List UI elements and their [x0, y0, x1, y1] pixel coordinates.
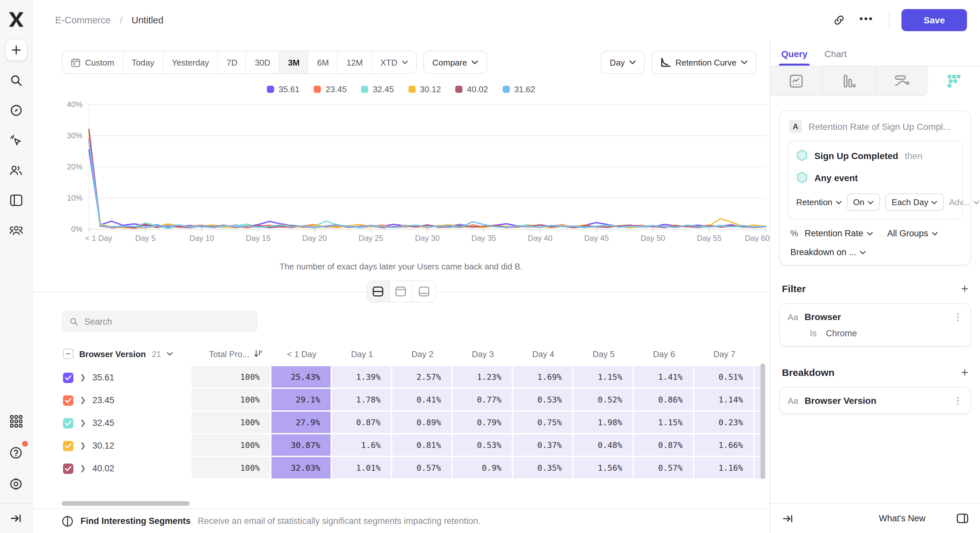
series-line-31.62[interactable] [89, 141, 766, 227]
filter-operator[interactable]: Is [810, 328, 817, 338]
add-filter-button[interactable]: + [961, 282, 968, 295]
range-30d[interactable]: 30D [247, 51, 280, 73]
row-label-cell[interactable]: ❯ 32.45 [62, 412, 192, 434]
sidebar-item-boards[interactable] [6, 190, 26, 210]
row-label-cell[interactable]: ❯ 30.12 [62, 434, 192, 457]
row-checkbox[interactable] [63, 372, 73, 383]
sidebar-item-apps[interactable] [6, 411, 26, 432]
whats-new-link[interactable]: What's New [879, 514, 926, 523]
table-view-button[interactable] [412, 281, 435, 302]
create-new-button[interactable] [5, 39, 27, 61]
range-today[interactable]: Today [123, 51, 163, 73]
row-label-cell[interactable]: ❯ 35.61 [62, 366, 192, 389]
sidebar-item-discover[interactable] [6, 100, 26, 121]
chart-view-button[interactable] [390, 281, 412, 302]
vertical-scrollbar[interactable] [760, 363, 765, 479]
advanced-dropdown[interactable]: Adv... [949, 197, 979, 207]
expand-row-icon[interactable]: ❯ [80, 412, 86, 434]
insights-type-button[interactable] [770, 66, 823, 96]
row-checkbox[interactable] [63, 441, 73, 451]
tab-chart[interactable]: Chart [824, 49, 846, 65]
add-breakdown-button[interactable]: + [961, 366, 968, 379]
side-panel-toggle-button[interactable] [954, 510, 971, 527]
collapse-panel-button[interactable] [780, 510, 796, 527]
legend-item[interactable]: 32.45 [361, 84, 394, 94]
range-12m[interactable]: 12M [338, 51, 372, 73]
series-line-35.61[interactable] [89, 150, 766, 228]
row-checkbox[interactable] [63, 463, 73, 474]
expand-row-icon[interactable]: ❯ [80, 367, 86, 388]
legend-item[interactable]: 23.45 [314, 84, 347, 94]
kebab-menu-icon[interactable]: ⋮ [953, 312, 963, 322]
on-dropdown[interactable]: On [846, 194, 880, 211]
filter-value[interactable]: Chrome [826, 328, 857, 338]
kebab-menu-icon[interactable]: ⋮ [953, 395, 963, 406]
filter-property[interactable]: Browser [805, 312, 841, 322]
series-line-30.12[interactable] [89, 133, 766, 228]
event-b-row[interactable]: Any event [796, 171, 954, 184]
legend-item[interactable]: 35.61 [267, 84, 300, 94]
day-column-header[interactable]: Day 3 [453, 349, 513, 359]
breakdown-card[interactable]: Aa Browser Version ⋮ [780, 387, 971, 414]
row-checkbox[interactable] [63, 395, 73, 405]
groups-dropdown[interactable]: All Groups [887, 228, 928, 238]
expand-row-icon[interactable]: ❯ [80, 435, 86, 456]
expand-row-icon[interactable]: ❯ [80, 390, 86, 411]
event-a-row[interactable]: Sign Up Completed then [796, 149, 954, 162]
series-line-23.45[interactable] [89, 139, 766, 228]
series-line-32.45[interactable] [89, 142, 766, 228]
day-column-header[interactable]: Day 6 [634, 349, 694, 359]
legend-item[interactable]: 31.62 [502, 84, 535, 94]
select-all-checkbox[interactable] [63, 349, 73, 359]
retention-type-dropdown[interactable]: Retention [796, 197, 842, 207]
compare-button[interactable]: Compare [423, 51, 487, 74]
breakdown-on-row[interactable]: Breakdown on ... [791, 247, 963, 257]
sidebar-item-search[interactable] [6, 70, 26, 91]
sidebar-item-cohorts[interactable] [6, 219, 26, 240]
expand-sidebar-button[interactable] [6, 508, 26, 529]
day-column-header[interactable]: Day 7 [694, 349, 755, 359]
funnels-type-button[interactable] [823, 66, 876, 96]
tab-query[interactable]: Query [781, 49, 808, 65]
retention-type-button[interactable] [928, 66, 980, 96]
day-column-header[interactable]: < 1 Day [272, 349, 332, 359]
search-input[interactable] [84, 316, 250, 326]
horizontal-scrollbar[interactable] [62, 501, 189, 506]
range-6m[interactable]: 6M [309, 51, 338, 73]
day-column-header[interactable]: Day 5 [573, 349, 634, 359]
rate-dropdown[interactable]: Retention Rate [805, 228, 863, 238]
report-title[interactable]: Untitled [132, 15, 163, 25]
chart-type-button[interactable]: Retention Curve [651, 51, 757, 74]
day-column-header[interactable]: Day 2 [392, 349, 453, 359]
sidebar-item-events[interactable] [6, 130, 26, 151]
series-line-40.02[interactable] [89, 130, 766, 228]
row-checkbox[interactable] [63, 418, 73, 428]
copy-link-button[interactable] [828, 9, 850, 31]
granularity-button[interactable]: Day [601, 51, 645, 74]
breakdown-on-dropdown[interactable]: Breakdown on ... [791, 247, 856, 257]
expand-row-icon[interactable]: ❯ [80, 458, 86, 479]
breadcrumb-project[interactable]: E-Commerce [55, 15, 111, 25]
flows-type-button[interactable] [876, 66, 928, 96]
day-column-header[interactable]: Day 4 [513, 349, 573, 359]
total-column-header[interactable]: Total Pro... [192, 349, 272, 359]
range-custom[interactable]: Custom [62, 51, 123, 73]
sidebar-item-help[interactable] [6, 442, 26, 463]
query-summary[interactable]: Retention Rate of Sign Up Compl... [808, 121, 950, 132]
group-column-name[interactable]: Browser Version [79, 349, 146, 359]
more-options-button[interactable]: ••• [856, 9, 878, 31]
breakdown-property[interactable]: Browser Version [805, 395, 877, 406]
sidebar-item-users[interactable] [6, 160, 26, 181]
range-7d[interactable]: 7D [218, 51, 247, 73]
event-b-name[interactable]: Any event [815, 172, 858, 183]
range-xtd[interactable]: XTD [372, 51, 416, 73]
save-button[interactable]: Save [902, 9, 967, 31]
range-3m[interactable]: 3M [280, 51, 309, 73]
event-a-name[interactable]: Sign Up Completed [815, 150, 898, 161]
find-segments-button[interactable]: Find Interesting Segments [81, 516, 191, 526]
row-label-cell[interactable]: ❯ 40.02 [62, 457, 192, 480]
sidebar-item-settings[interactable] [6, 473, 26, 494]
day-column-header[interactable]: Day 1 [332, 349, 392, 359]
legend-item[interactable]: 30.12 [408, 84, 441, 94]
row-label-cell[interactable]: ❯ 23.45 [62, 389, 192, 412]
